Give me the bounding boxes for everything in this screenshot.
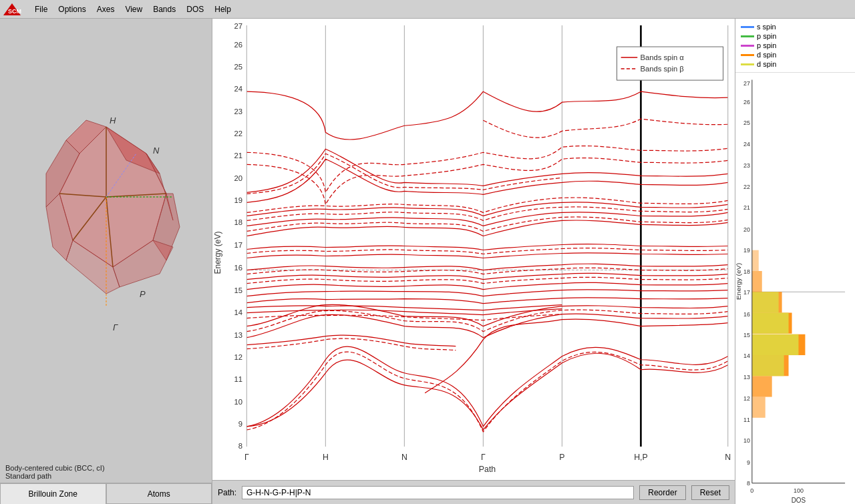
dos-d2-bar-4 <box>752 355 784 376</box>
main-layout: H N P Γ Body-centered cubic (BCC, cI) St… <box>0 19 855 504</box>
menu-axes[interactable]: Axes <box>92 3 120 15</box>
legend-s-spin: s spin <box>741 23 850 31</box>
reorder-button[interactable]: Reorder <box>639 485 685 500</box>
svg-text:25: 25 <box>234 63 243 71</box>
dos-d2-bar-2 <box>752 334 799 355</box>
menu-view[interactable]: View <box>120 3 148 15</box>
dos-chart: 8 9 10 11 12 13 14 15 16 17 18 19 20 21 … <box>735 73 855 504</box>
svg-text:9: 9 <box>238 420 242 428</box>
svg-text:11: 11 <box>234 375 243 383</box>
bz-info: Body-centered cubic (BCC, cI) Standard p… <box>0 461 212 483</box>
svg-text:14: 14 <box>234 308 243 316</box>
p-spin-2-color <box>741 45 754 47</box>
left-panel: H N P Γ Body-centered cubic (BCC, cI) St… <box>0 19 212 504</box>
svg-text:11: 11 <box>743 417 750 423</box>
svg-text:Γ: Γ <box>481 453 486 462</box>
svg-text:19: 19 <box>234 197 243 205</box>
brillouin-zone-canvas: H N P Γ <box>0 19 212 461</box>
svg-text:10: 10 <box>743 437 750 444</box>
svg-text:17: 17 <box>743 289 750 296</box>
svg-text:100: 100 <box>794 487 804 494</box>
svg-text:8: 8 <box>747 480 750 487</box>
dos-y-axis-label: Energy (eV) <box>735 263 742 300</box>
svg-text:16: 16 <box>743 310 750 317</box>
svg-text:N: N <box>725 453 731 462</box>
dos-d2-bar-1 <box>752 312 789 333</box>
center-panel: 8 9 10 11 12 13 14 15 16 17 18 19 20 21 … <box>212 19 735 504</box>
svg-text:22: 22 <box>743 184 750 190</box>
s-spin-color <box>741 26 754 28</box>
path-label: Path: <box>218 488 236 497</box>
d-spin-1-label: d spin <box>757 51 776 59</box>
legend-beta-text: Bands spin β <box>640 65 683 73</box>
svg-text:SCM: SCM <box>8 8 21 15</box>
svg-text:17: 17 <box>234 242 243 250</box>
menu-options[interactable]: Options <box>53 3 91 15</box>
bz-gamma-label: Γ <box>113 322 118 332</box>
legend-alpha-text: Bands spin α <box>640 53 684 61</box>
menu-file[interactable]: File <box>29 3 53 15</box>
svg-text:13: 13 <box>743 374 750 381</box>
svg-text:H,P: H,P <box>634 453 648 462</box>
x-axis-label: Path <box>479 465 496 474</box>
dos-d-bar-7 <box>752 250 759 271</box>
svg-text:Γ: Γ <box>244 453 249 462</box>
menu-help[interactable]: Help <box>209 3 236 15</box>
legend-box <box>617 47 723 80</box>
svg-text:20: 20 <box>234 174 243 182</box>
svg-text:12: 12 <box>743 395 750 402</box>
legend-p-spin-1: p spin <box>741 32 850 40</box>
svg-rect-14 <box>212 19 735 480</box>
svg-text:14: 14 <box>743 352 750 359</box>
svg-text:N: N <box>401 453 407 462</box>
path-bar: Path: Reorder Reset <box>212 480 735 504</box>
dos-d-bar-6 <box>752 271 762 292</box>
svg-text:10: 10 <box>234 398 243 406</box>
reset-button[interactable]: Reset <box>691 485 729 500</box>
right-panel: s spin p spin p spin d spin d spin <box>735 19 855 504</box>
svg-text:21: 21 <box>234 152 243 160</box>
dos-x-axis-label: DOS <box>792 497 806 504</box>
band-chart: 8 9 10 11 12 13 14 15 16 17 18 19 20 21 … <box>212 19 735 480</box>
svg-text:18: 18 <box>234 219 243 227</box>
y-axis-label: Energy (eV) <box>213 231 222 274</box>
dos-d2-bar-3 <box>752 292 779 312</box>
bz-h-label: H <box>110 115 116 125</box>
p-spin-1-color <box>741 35 754 37</box>
p-spin-2-label: p spin <box>757 41 776 49</box>
svg-text:12: 12 <box>234 353 243 361</box>
bz-p-label: P <box>140 289 146 299</box>
scm-logo[interactable]: SCM <box>3 3 21 16</box>
svg-text:15: 15 <box>234 286 243 294</box>
dos-d-bar-5 <box>752 376 772 397</box>
svg-text:9: 9 <box>747 459 750 465</box>
legend-p-spin-2: p spin <box>741 41 850 49</box>
d-spin-1-color <box>741 54 754 56</box>
dos-d-bar-8 <box>752 397 765 418</box>
svg-text:23: 23 <box>234 107 243 115</box>
d-spin-2-color <box>741 63 754 65</box>
svg-text:27: 27 <box>743 80 750 87</box>
svg-text:0: 0 <box>750 487 753 494</box>
menu-dos[interactable]: DOS <box>181 3 209 15</box>
svg-text:P: P <box>559 453 564 462</box>
svg-text:19: 19 <box>743 247 750 254</box>
legend-d-spin-1: d spin <box>741 51 850 59</box>
path-input[interactable] <box>242 486 634 499</box>
bottom-tabs: Brillouin Zone Atoms <box>0 483 212 504</box>
svg-text:26: 26 <box>234 41 243 49</box>
svg-text:21: 21 <box>743 204 750 211</box>
tab-atoms[interactable]: Atoms <box>106 483 212 504</box>
svg-text:H: H <box>323 453 329 462</box>
svg-text:13: 13 <box>234 331 243 339</box>
s-spin-label: s spin <box>757 23 776 31</box>
svg-text:24: 24 <box>234 85 243 93</box>
tab-brillouin-zone[interactable]: Brillouin Zone <box>0 483 106 504</box>
svg-text:20: 20 <box>743 226 750 232</box>
svg-text:8: 8 <box>238 442 242 450</box>
svg-text:26: 26 <box>743 99 750 105</box>
menu-bar: SCM File Options Axes View Bands DOS Hel… <box>0 0 855 19</box>
svg-text:23: 23 <box>743 162 750 169</box>
svg-text:25: 25 <box>743 119 750 126</box>
menu-bands[interactable]: Bands <box>148 3 181 15</box>
